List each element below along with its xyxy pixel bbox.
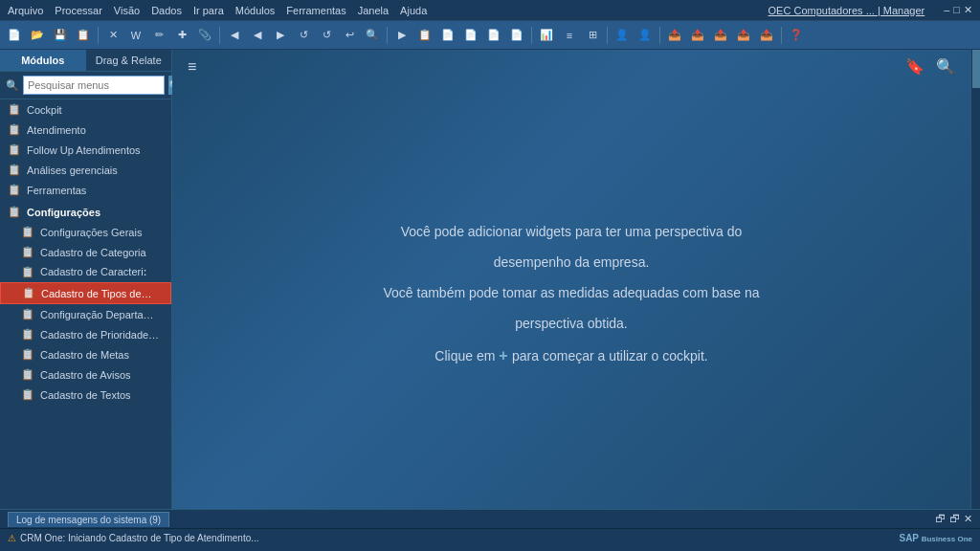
hamburger-icon[interactable]: ≡ bbox=[188, 58, 196, 76]
sidebar-tabs: Módulos Drag & Relate bbox=[0, 50, 171, 72]
close-icon[interactable]: ✕ bbox=[964, 4, 972, 16]
tab-modulos[interactable]: Módulos bbox=[0, 50, 86, 71]
minimize-icon[interactable]: – bbox=[944, 4, 949, 16]
sidebar-item-ferramentas[interactable]: 📋 Ferramentas bbox=[0, 180, 171, 200]
toolbar-export4[interactable]: 📤 bbox=[733, 25, 754, 46]
toolbar-user1[interactable]: 👤 bbox=[612, 25, 633, 46]
menu-processar[interactable]: Processar bbox=[55, 5, 102, 16]
window-controls: – □ ✕ bbox=[944, 4, 972, 16]
toolbar-search[interactable]: 🔍 bbox=[362, 25, 383, 46]
toolbar-back2[interactable]: ◀ bbox=[247, 25, 268, 46]
toolbar-delete[interactable]: ✕ bbox=[102, 25, 123, 46]
toolbar-sep6 bbox=[659, 27, 660, 44]
sidebar-item-conf-departa[interactable]: 📋 Configuração Departa… bbox=[0, 304, 171, 324]
sidebar-item-cad-prioridade[interactable]: 📋 Cadastro de Prioridade… bbox=[0, 324, 171, 344]
atendimento-icon: 📋 bbox=[8, 123, 21, 136]
toolbar-export5[interactable]: 📤 bbox=[756, 25, 777, 46]
cad-tipos-label: Cadastro de Tipos de… bbox=[41, 288, 152, 299]
toolbar-word[interactable]: W bbox=[125, 25, 146, 46]
toolbar-doc3[interactable]: 📄 bbox=[460, 25, 481, 46]
sidebar-item-atendimento[interactable]: 📋 Atendimento bbox=[0, 120, 171, 140]
toolbar-grid[interactable]: ⊞ bbox=[582, 25, 603, 46]
restore-icon[interactable]: □ bbox=[953, 4, 960, 16]
cad-caracteri-label: Cadastro de Caracteriː bbox=[40, 266, 147, 278]
sidebar-item-cad-avisos[interactable]: 📋 Cadastro de Avisos bbox=[0, 364, 171, 385]
toolbar-back[interactable]: ◀ bbox=[224, 25, 245, 46]
sidebar-item-cad-tipos[interactable]: 📋 Cadastro de Tipos de… bbox=[0, 282, 171, 304]
window-title: OEC Computadores ... | Manager bbox=[768, 5, 925, 16]
sidebar-item-analises[interactable]: 📋 Análises gerenciais bbox=[0, 160, 171, 180]
toolbar-refresh2[interactable]: ↺ bbox=[316, 25, 337, 46]
right-scrollbar[interactable] bbox=[970, 50, 980, 509]
toolbar-sep4 bbox=[531, 27, 532, 44]
sidebar-item-cad-metas[interactable]: 📋 Cadastro de Metas bbox=[0, 344, 171, 364]
toolbar-copy[interactable]: 📋 bbox=[73, 25, 94, 46]
search-input[interactable] bbox=[23, 76, 165, 95]
menu-janela[interactable]: Janela bbox=[358, 5, 389, 16]
toolbar-clip[interactable]: 📎 bbox=[194, 25, 215, 46]
configuracoes-label: Configurações bbox=[27, 207, 100, 218]
sidebar: Módulos Drag & Relate 🔍 🔍 📋 Cockpit 📋 At… bbox=[0, 50, 172, 509]
toolbar-list[interactable]: ≡ bbox=[559, 25, 580, 46]
toolbar-help[interactable]: ❓ bbox=[786, 25, 807, 46]
toolbar-refresh[interactable]: ↺ bbox=[293, 25, 314, 46]
toolbar-chart[interactable]: 📊 bbox=[536, 25, 557, 46]
sidebar-item-cad-caracteri[interactable]: 📋 Cadastro de Caracteriː bbox=[0, 262, 171, 282]
log-tab[interactable]: Log de mensagens do sistema (9) bbox=[8, 512, 169, 527]
sidebar-item-followup[interactable]: 📋 Follow Up Atendimentos bbox=[0, 140, 171, 160]
close-status-icon[interactable]: ✕ bbox=[964, 513, 972, 525]
bookmark-icon[interactable]: 🔖 bbox=[905, 57, 924, 76]
restore-status-icon[interactable]: 🗗 bbox=[935, 513, 946, 525]
minimize-status-icon[interactable]: 🗗 bbox=[949, 513, 960, 525]
toolbar-export1[interactable]: 📤 bbox=[664, 25, 685, 46]
toolbar-refresh3[interactable]: ↩ bbox=[339, 25, 360, 46]
toolbar-user2[interactable]: 👤 bbox=[635, 25, 656, 46]
message-line1: Você pode adicionar widgets para ter uma… bbox=[383, 218, 759, 245]
toolbar-new[interactable]: 📄 bbox=[4, 25, 25, 46]
sidebar-item-cockpit[interactable]: 📋 Cockpit bbox=[0, 99, 171, 120]
toolbar-run[interactable]: ▶ bbox=[391, 25, 412, 46]
toolbar-open[interactable]: 📂 bbox=[27, 25, 48, 46]
sidebar-item-configuracoes[interactable]: 📋 Configurações bbox=[0, 200, 171, 222]
toolbar-doc1[interactable]: 📋 bbox=[414, 25, 435, 46]
toolbar-doc2[interactable]: 📄 bbox=[437, 25, 458, 46]
conf-departa-icon: 📋 bbox=[21, 308, 34, 320]
toolbar-forward[interactable]: ▶ bbox=[270, 25, 291, 46]
cad-prioridade-icon: 📋 bbox=[21, 328, 34, 341]
cad-metas-icon: 📋 bbox=[21, 348, 34, 361]
menu-ferramentas[interactable]: Ferramentas bbox=[286, 5, 345, 16]
toolbar-doc4[interactable]: 📄 bbox=[483, 25, 504, 46]
menu-visao[interactable]: Visão bbox=[114, 5, 140, 16]
menu-ir-para[interactable]: Ir para bbox=[193, 5, 224, 16]
status-controls: 🗗 🗗 ✕ bbox=[935, 513, 972, 525]
toolbar-sep1 bbox=[98, 27, 99, 44]
bottom-bar: ⚠ CRM One: Iniciando Cadastro de Tipo de… bbox=[0, 528, 980, 547]
menu-ajuda[interactable]: Ajuda bbox=[400, 5, 427, 16]
cad-categoria-label: Cadastro de Categoria bbox=[40, 247, 146, 258]
sidebar-item-cad-textos[interactable]: 📋 Cadastro de Textos bbox=[0, 385, 171, 405]
tab-drag-relate[interactable]: Drag & Relate bbox=[86, 50, 172, 71]
toolbar-add[interactable]: ✚ bbox=[171, 25, 192, 46]
cockpit-message: Você pode adicionar widgets para ter uma… bbox=[383, 218, 759, 375]
menu-modulos[interactable]: Módulos bbox=[235, 5, 276, 16]
toolbar-export2[interactable]: 📤 bbox=[687, 25, 708, 46]
cockpit-icon: 📋 bbox=[8, 103, 21, 116]
cad-tipos-icon: 📋 bbox=[22, 287, 35, 299]
search-header-icon[interactable]: 🔍 bbox=[936, 57, 955, 76]
sidebar-item-cad-categoria[interactable]: 📋 Cadastro de Categoria bbox=[0, 242, 171, 262]
menu-dados[interactable]: Dados bbox=[151, 5, 182, 16]
toolbar-edit[interactable]: ✏ bbox=[148, 25, 169, 46]
menu-bar: Arquivo Processar Visão Dados Ir para Mó… bbox=[0, 0, 980, 21]
plus-icon[interactable]: + bbox=[499, 347, 512, 364]
atendimento-label: Atendimento bbox=[27, 124, 86, 136]
toolbar-save[interactable]: 💾 bbox=[50, 25, 71, 46]
toolbar-export3[interactable]: 📤 bbox=[710, 25, 731, 46]
sidebar-item-conf-gerais[interactable]: 📋 Configurações Gerais bbox=[0, 222, 171, 242]
cad-metas-label: Cadastro de Metas bbox=[40, 349, 129, 361]
message-line2: desempenho da empresa. bbox=[383, 249, 759, 276]
toolbar-doc5[interactable]: 📄 bbox=[506, 25, 527, 46]
content-header-right: 🔖 🔍 bbox=[905, 57, 955, 76]
message-line5: Clique em + para começar a utilizar o co… bbox=[383, 341, 759, 371]
menu-arquivo[interactable]: Arquivo bbox=[8, 5, 43, 16]
cad-textos-label: Cadastro de Textos bbox=[40, 389, 131, 401]
